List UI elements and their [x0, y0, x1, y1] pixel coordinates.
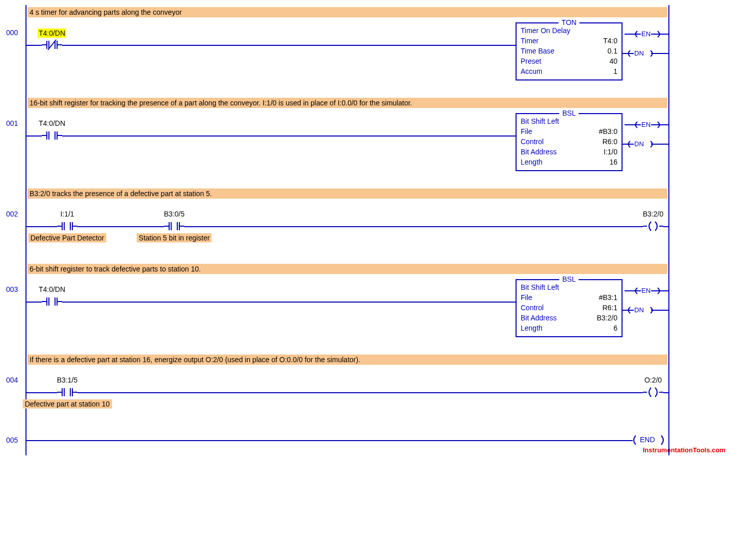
instruction-box: BSLBit Shift LeftFile#B3:0ControlR6:0Bit… — [516, 113, 623, 171]
xic-contact: I:1/1Defective Part Detector — [57, 220, 77, 232]
output-coil: O:2/0 — [643, 386, 663, 400]
rung: 005END — [26, 428, 668, 455]
xic-contact: B3:1/5Defective part at station 10 — [57, 386, 77, 398]
rung: 002B3:2/0 tracks the presence of a defec… — [26, 186, 668, 262]
rung-number: 000 — [6, 29, 18, 37]
xio-contact: T4:0/DN — [42, 39, 62, 51]
end-marker: END — [631, 434, 666, 448]
rung-comment: 16-bit shift register for tracking the p… — [28, 98, 667, 108]
instruction-box: TONTimer On DelayTimerT4:0Time Base0.1Pr… — [516, 22, 623, 80]
en-output: EN — [625, 286, 668, 295]
rung-comment: 4 s timer for advancing parts along the … — [28, 7, 667, 17]
rung: 0036-bit shift register to track defecti… — [26, 262, 668, 352]
dn-output: DN — [625, 49, 658, 58]
rung-number: 004 — [6, 376, 18, 384]
rung: 004If there is a defective part at stati… — [26, 352, 668, 428]
en-output: EN — [625, 30, 668, 39]
rung-number: 003 — [6, 285, 18, 293]
rung-comment: 6-bit shift register to track defective … — [28, 264, 667, 274]
rung: 00116-bit shift register for tracking th… — [26, 96, 668, 186]
en-output: EN — [625, 120, 668, 129]
rung-number: 002 — [6, 210, 18, 218]
xic-contact: T4:0/DN — [42, 129, 62, 142]
output-coil: B3:2/0 — [643, 220, 663, 234]
dn-output: DN — [625, 306, 658, 315]
rung-number: 001 — [6, 119, 18, 127]
rung-comment: If there is a defective part at station … — [28, 355, 667, 365]
dn-output: DN — [625, 140, 658, 149]
xic-contact: B3:0/5Station 5 bit in register — [164, 220, 184, 232]
rung: 0004 s timer for advancing parts along t… — [26, 5, 668, 96]
rung-comment: B3:2/0 tracks the presence of a defectiv… — [28, 188, 667, 199]
instruction-box: BSLBit Shift LeftFile#B3:1ControlR6:1Bit… — [516, 279, 623, 337]
xic-contact: T4:0/DN — [42, 295, 62, 308]
rung-number: 005 — [6, 436, 18, 444]
